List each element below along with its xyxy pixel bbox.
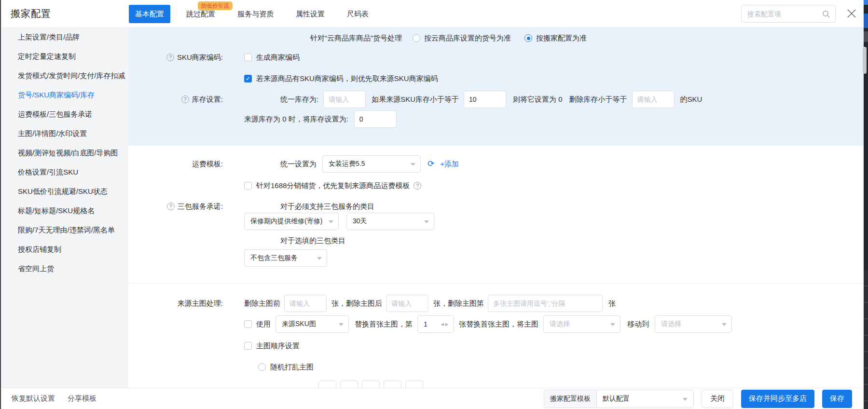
delete-after-input[interactable]	[386, 295, 428, 312]
dialog-footer: 恢复默认设置 分享模板 搬家配置模板 默认配置 关闭 保存并同步至多店 保存	[1, 388, 864, 409]
freight-label: 运费模板:	[192, 160, 223, 169]
freight-set-label: 统一设置为	[280, 160, 317, 169]
moving-config-dialog: 搬家配置 基本配置跳过配置服务与资质属性设置尺码表 防低价引流 上架设置/类目/…	[0, 0, 868, 409]
sidebar-item-0[interactable]: 上架设置/类目/品牌	[1, 27, 128, 47]
chevron-down-icon	[683, 398, 688, 401]
of-sku-label: 的SKU	[680, 95, 703, 104]
dialog-body: 搬家配置 基本配置跳过配置服务与资质属性设置尺码表 防低价引流 上架设置/类目/…	[1, 0, 864, 409]
radio-cloud-code-label[interactable]: 按云商品库设置的货号为准	[424, 34, 511, 43]
set-to-zero-label: 则将它设置为 0	[513, 95, 563, 104]
delete-nth-input[interactable]	[488, 295, 603, 312]
checkbox-prefer-source-sku-code-label[interactable]: 若来源商品有SKU商家编码，则优先取来源SKU商家编码	[256, 74, 438, 83]
stepper-arrows-icon[interactable]: ◀▶	[441, 322, 450, 327]
checkbox-generate-merchant-code[interactable]	[244, 54, 252, 61]
zero-stock-label: 来源库存为 0 时，将库存设置为:	[244, 115, 348, 124]
sku-image-source-select[interactable]: 来源SKU图	[276, 315, 349, 333]
checkbox-use-sku-image-label[interactable]: 使用	[256, 320, 271, 329]
uniform-stock-label: 统一库存为:	[280, 95, 318, 104]
radio-cloud-code[interactable]	[413, 34, 420, 42]
warranty-optional-select[interactable]: 不包含三包服务	[244, 249, 327, 267]
zero-stock-input[interactable]	[354, 110, 397, 128]
radio-shuffle-images[interactable]	[258, 363, 266, 371]
sidebar-item-11[interactable]: 授权店铺复制	[1, 240, 128, 259]
help-icon[interactable]: ?	[166, 54, 174, 61]
vertical-scrollbar[interactable]	[863, 47, 867, 74]
chevron-down-icon	[317, 257, 322, 260]
freight-template-select[interactable]: 女装运费5.5	[322, 155, 421, 173]
search-icon[interactable]	[822, 10, 830, 20]
page-title: 搬家配置	[11, 7, 51, 20]
checkbox-use-sku-image[interactable]	[244, 320, 252, 328]
save-sync-button[interactable]: 保存并同步至多店	[741, 390, 814, 408]
tab-0[interactable]: 基本配置	[129, 5, 170, 23]
stock-threshold-input[interactable]	[464, 91, 506, 108]
sidebar-item-7[interactable]: 价格设置/引流SKU	[1, 163, 128, 182]
tab-bar: 基本配置跳过配置服务与资质属性设置尺码表	[129, 5, 375, 23]
config-search-box	[741, 5, 836, 23]
config-template-select[interactable]: 默认配置	[597, 390, 693, 408]
delete-stock-input[interactable]	[632, 91, 675, 108]
help-icon[interactable]: ?	[167, 203, 175, 210]
search-input[interactable]	[742, 5, 835, 22]
uniform-stock-input[interactable]	[323, 91, 366, 108]
sidebar-item-12[interactable]: 省空间上货	[1, 259, 128, 278]
restore-defaults-link[interactable]: 恢复默认设置	[12, 394, 55, 403]
warranty-optional-label: 对于选填的三包类目	[280, 236, 345, 245]
save-button[interactable]: 保存	[822, 390, 852, 408]
warranty-days-select[interactable]: 30天	[346, 213, 434, 230]
warranty-type-select[interactable]: 保修期内提供维修(寄修)	[244, 213, 339, 230]
sidebar-item-9[interactable]: 标题/短标题/SKU规格名	[1, 201, 128, 220]
main-image-label: 来源主图处理:	[178, 299, 223, 308]
image-order-boxes	[318, 381, 423, 388]
stock-label: 库存设置:	[192, 95, 223, 104]
close-icon[interactable]	[846, 8, 857, 19]
replace-first-label2: 张替换首张主图，将主图	[459, 320, 538, 329]
cloud-code-question: 针对“云商品库商品”货号处理	[310, 34, 402, 43]
config-template-group: 搬家配置模板 默认配置	[544, 390, 694, 408]
sidebar-item-4[interactable]: 运费模板/三包服务承诺	[1, 105, 128, 124]
move-to-label: 移动到	[627, 320, 649, 329]
add-template-link[interactable]: +添加	[440, 160, 459, 169]
help-icon[interactable]: ?	[181, 95, 189, 103]
checkbox-generate-merchant-code-label[interactable]: 生成商家编码	[256, 53, 300, 62]
tab-3[interactable]: 属性设置	[289, 5, 331, 23]
checkbox-image-order-label[interactable]: 主图顺序设置	[256, 341, 300, 351]
delete-before-input[interactable]	[284, 295, 327, 312]
share-template-link[interactable]: 分享模板	[68, 394, 96, 403]
sidebar-item-5[interactable]: 主图/详情图/水印设置	[1, 124, 128, 143]
help-icon[interactable]: ?	[413, 182, 421, 190]
dialog-header: 搬家配置 基本配置跳过配置服务与资质属性设置尺码表 防低价引流	[1, 0, 864, 27]
close-button[interactable]: 关闭	[702, 390, 733, 408]
checkbox-1688-freight-label[interactable]: 针对1688分销铺货，优先复制来源商品运费模板	[256, 181, 410, 191]
tab-2[interactable]: 服务与资质	[231, 5, 280, 23]
delete-stock-label: 删除库存小于等于	[569, 95, 627, 104]
chevron-down-icon	[411, 163, 415, 166]
chevron-down-icon	[424, 220, 429, 223]
sidebar-item-10[interactable]: 限购/7天无理由/违禁词/黑名单	[1, 220, 128, 240]
checkbox-1688-freight[interactable]	[244, 182, 252, 190]
delete-before-label: 删除主图前	[244, 299, 280, 308]
replace-index-stepper[interactable]: 1◀▶	[417, 315, 454, 333]
chevron-down-icon	[339, 323, 344, 326]
radio-moving-config-label[interactable]: 按搬家配置为准	[536, 34, 587, 43]
config-template-label: 搬家配置模板	[544, 390, 597, 408]
delete-nth-label: 张，删除主图第	[433, 299, 484, 308]
sidebar-item-1[interactable]: 定时定量定速复制	[1, 47, 128, 66]
sidebar-item-2[interactable]: 发货模式/发货时间/支付/库存扣减	[1, 66, 128, 85]
settings-sidebar: 上架设置/类目/品牌定时定量定速复制发货模式/发货时间/支付/库存扣减货号/SK…	[1, 27, 128, 388]
settings-content: 针对“云商品库商品”货号处理 按云商品库设置的货号为准 按搬家配置为准 ? SK…	[128, 27, 864, 388]
sidebar-item-6[interactable]: 视频/测评短视频/白底图/导购图	[1, 143, 128, 163]
sidebar-item-3[interactable]: 货号/SKU商家编码/库存	[1, 85, 128, 105]
radio-shuffle-images-label[interactable]: 随机打乱主图	[270, 363, 314, 372]
anti-low-price-badge: 防低价引流	[198, 1, 233, 10]
refresh-icon[interactable]: ⟳	[427, 160, 434, 168]
warranty-required-label: 对于必须支持三包服务的类目	[280, 202, 374, 211]
radio-moving-config[interactable]	[524, 34, 532, 42]
move-target-select[interactable]: 请选择	[655, 315, 732, 333]
checkbox-image-order[interactable]	[244, 342, 252, 350]
chevron-down-icon	[722, 323, 727, 326]
sidebar-item-8[interactable]: SKU低价引流规避/SKU状态	[1, 182, 128, 201]
move-image-select[interactable]: 请选择	[543, 315, 620, 333]
tab-4[interactable]: 尺码表	[341, 5, 375, 23]
checkbox-prefer-source-sku-code[interactable]: ✓	[244, 75, 252, 82]
